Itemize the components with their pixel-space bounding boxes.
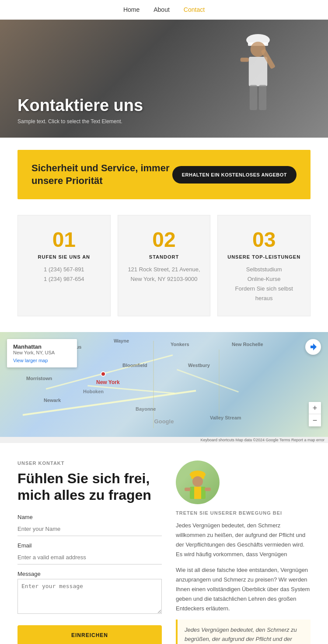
card-title-2: STANDORT [127, 254, 202, 260]
nav-about[interactable]: About [154, 6, 170, 13]
svg-marker-8 [311, 343, 317, 350]
card-title-1: RUFEN SIE UNS AN [27, 254, 101, 260]
info-cards-section: 01 RUFEN SIE UNS AN 1 (234) 567-891 1 (2… [17, 215, 311, 316]
svg-point-16 [195, 492, 200, 496]
svg-rect-6 [250, 85, 257, 110]
form-email-label: Email [17, 542, 162, 549]
banner-text: Sicherheit und Service, immer unsere Pri… [31, 162, 172, 187]
yellow-banner: Sicherheit und Service, immer unsere Pri… [17, 150, 311, 199]
submit-button[interactable]: EINREICHEN [17, 625, 162, 644]
form-name-input[interactable] [17, 522, 162, 536]
map-zoom-controls: + − [309, 402, 321, 426]
card-body-3: Selbststudium Online-Kurse Fordern Sie s… [227, 265, 301, 303]
form-email-input[interactable] [17, 551, 162, 564]
free-quote-button[interactable]: ERHALTEN EIN KOSTENLOSES ANGEBOT [172, 166, 297, 184]
map-location-title: Manhattan [13, 343, 71, 350]
card-number-1: 01 [27, 228, 101, 252]
nav-contact[interactable]: Contact [184, 6, 205, 13]
contact-section-label: UNSER KONTAKT [17, 460, 162, 466]
form-message-group: Message [17, 571, 162, 616]
form-name-label: Name [17, 514, 162, 520]
form-name-group: Name [17, 514, 162, 536]
form-message-label: Message [17, 571, 162, 577]
join-label: TRETEN SIE UNSERER BEWEGUNG BEI [176, 510, 311, 516]
svg-rect-3 [249, 57, 267, 86]
worker-avatar [176, 460, 220, 504]
hero-title: Kontaktiere uns [17, 97, 143, 115]
form-message-textarea[interactable] [17, 579, 162, 614]
map-footer: Keyboard shortcuts Map data ©2024 Google… [0, 437, 328, 443]
contact-info-col: TRETEN SIE UNSERER BEWEGUNG BEI Jedes Ve… [176, 460, 311, 644]
svg-rect-15 [205, 488, 211, 491]
info-card-location: 02 STANDORT 121 Rock Street, 21 Avenue, … [118, 215, 211, 316]
map-zoom-out[interactable]: − [309, 414, 321, 426]
nav-home[interactable]: Home [123, 6, 140, 13]
right-para-2: Wie ist all diese falsche Idee entstande… [176, 565, 311, 613]
hero-text-block: Kontaktiere uns Sample text. Click to se… [17, 97, 143, 125]
map-info-card: Manhattan New York, NY, USA View larger … [7, 339, 77, 367]
info-card-services: 03 UNSERE TOP-LEISTUNGEN Selbststudium O… [217, 215, 311, 316]
contact-section: UNSER KONTAKT Fühlen Sie sich frei, mich… [17, 460, 311, 644]
svg-rect-7 [259, 85, 266, 110]
contact-form-col: UNSER KONTAKT Fühlen Sie sich frei, mich… [17, 460, 162, 644]
form-email-group: Email [17, 542, 162, 564]
hero-worker-figure [223, 24, 293, 133]
map-larger-link[interactable]: View larger map [13, 358, 71, 363]
svg-point-11 [192, 476, 203, 487]
right-para-1: Jedes Vergnügen bedeutet, den Schmerz wi… [176, 521, 311, 559]
contact-heading: Fühlen Sie sich frei, mich alles zu frag… [17, 470, 162, 504]
map-directions-button[interactable] [305, 339, 321, 355]
card-body-2: 121 Rock Street, 21 Avenue, New York, NY… [127, 265, 202, 284]
map-section: Paramus Wayne Yonkers New Rochelle Hacke… [0, 332, 328, 443]
card-body-1: 1 (234) 567-891 1 (234) 987-654 [27, 265, 101, 284]
info-card-phone: 01 RUFEN SIE UNS AN 1 (234) 567-891 1 (2… [17, 215, 111, 316]
map-location-sub: New York, NY, USA [13, 350, 71, 355]
card-number-3: 03 [227, 228, 301, 252]
card-title-3: UNSERE TOP-LEISTUNGEN [227, 254, 301, 260]
quote-block: Jedes Vergnügen bedeutet, den Schmerz zu… [176, 620, 311, 644]
svg-rect-4 [241, 58, 249, 62]
svg-rect-14 [185, 488, 191, 491]
navigation: Home About Contact [0, 0, 328, 20]
map-zoom-in[interactable]: + [309, 402, 321, 414]
card-number-2: 02 [127, 228, 202, 252]
hero-subtitle: Sample text. Click to select the Text El… [17, 118, 143, 125]
hero-section: Kontaktiere uns Sample text. Click to se… [0, 20, 328, 138]
map-container[interactable]: Paramus Wayne Yonkers New Rochelle Hacke… [0, 332, 328, 437]
